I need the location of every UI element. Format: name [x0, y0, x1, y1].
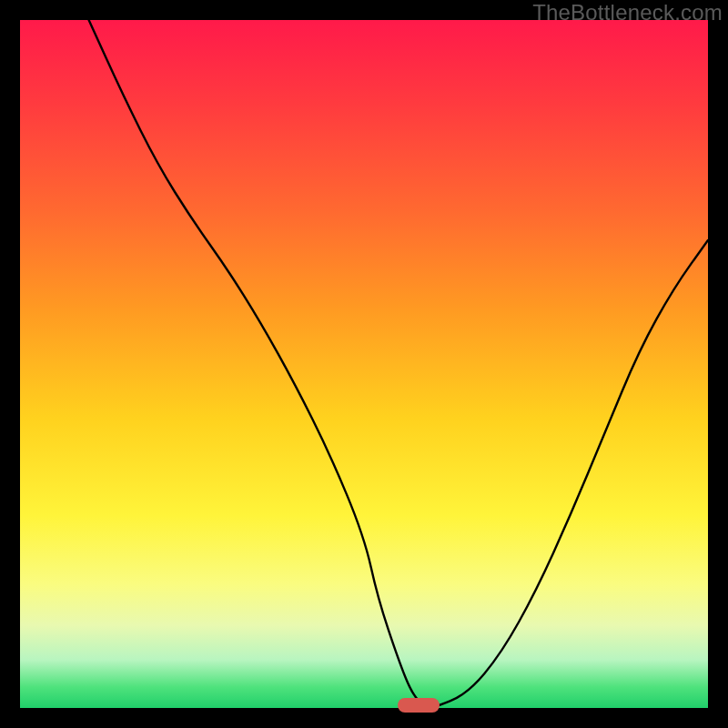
- bottleneck-curve: [20, 20, 708, 708]
- plot-area: [20, 20, 708, 708]
- minimum-marker: [398, 698, 440, 713]
- chart-frame: TheBottleneck.com: [0, 0, 728, 728]
- watermark-text: TheBottleneck.com: [532, 0, 723, 25]
